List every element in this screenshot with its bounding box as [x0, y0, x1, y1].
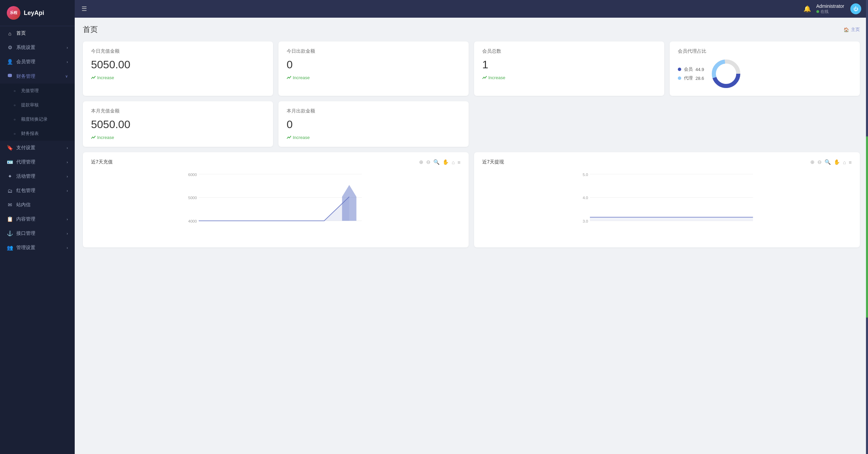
sidebar-label-content: 内容管理 — [16, 216, 35, 222]
status-text: 在线 — [820, 9, 829, 15]
trend-up-icon-2 — [287, 75, 291, 80]
sidebar-label-payment: 支付设置 — [16, 145, 35, 151]
sidebar-item-payment[interactable]: 🔖 支付设置 › — [0, 141, 75, 155]
status-dot-icon — [816, 10, 819, 13]
activity-icon: ✦ — [7, 173, 13, 179]
sidebar-item-api[interactable]: ⚓ 接口管理 › — [0, 226, 75, 241]
sidebar-item-message[interactable]: ✉ 站内信 — [0, 198, 75, 212]
stat-card-today-withdraw: 今日出款金额 0 Increase — [278, 41, 469, 96]
svg-marker-11 — [342, 185, 356, 221]
total-members-value: 1 — [482, 58, 656, 71]
stats-grid-row1: 今日充值金额 5050.00 Increase 今日出款金额 0 Increas… — [83, 41, 860, 96]
user-info: Administrator 在线 ⏻ — [816, 3, 861, 15]
app-logo: 乐程 LeyApi — [0, 0, 75, 26]
user-status: 在线 — [816, 9, 844, 15]
chart-toolbar: ⊕ ⊖ 🔍 ✋ ⌂ ≡ — [419, 159, 460, 165]
stat-card-total-members: 会员总数 1 Increase — [474, 41, 664, 96]
trend-up-icon-4 — [91, 135, 96, 140]
svg-marker-19 — [590, 217, 753, 221]
chevron-icon-activity: › — [67, 174, 68, 178]
sidebar-item-system[interactable]: ⚙ 系统设置 › — [0, 40, 75, 55]
gear-icon: ⚙ — [7, 45, 13, 51]
recharge-chart-svg: 6000 5000 4000 — [91, 171, 460, 235]
chevron-icon-redpacket: › — [67, 189, 68, 193]
chevron-icon-content: › — [67, 217, 68, 221]
zoom-in-button-2[interactable]: ⊕ — [810, 159, 815, 165]
donut-content: 会员 44.9 代理 28.6 — [678, 58, 852, 89]
mgmt-icon: 👥 — [7, 245, 13, 251]
svg-text:5.0: 5.0 — [583, 172, 588, 177]
sidebar-item-activity[interactable]: ✦ 活动管理 › — [0, 169, 75, 184]
sidebar-item-redpacket[interactable]: 🗂 红包管理 › — [0, 184, 75, 198]
zoom-in-button[interactable]: ⊕ — [419, 159, 423, 165]
month-recharge-trend: Increase — [91, 135, 265, 140]
home-icon: ⌂ — [7, 31, 13, 36]
stat-card-ratio: 会员代理占比 会员 44.9 代理 28.6 — [670, 41, 860, 96]
total-members-trend: Increase — [482, 75, 656, 80]
zoom-out-button-2[interactable]: ⊖ — [817, 159, 822, 165]
sidebar-item-agent[interactable]: 🪪 代理管理 › — [0, 155, 75, 169]
today-withdraw-label: 今日出款金额 — [287, 48, 460, 54]
menu-toggle-button[interactable]: ☰ — [82, 5, 87, 13]
charts-row: 近7天充值 ⊕ ⊖ 🔍 ✋ ⌂ ≡ 6000 5000 — [83, 152, 860, 247]
sidebar-label-activity: 活动管理 — [16, 173, 35, 179]
notification-bell[interactable]: 🔔 — [803, 5, 811, 13]
chevron-icon-finance: ∨ — [65, 74, 68, 78]
chevron-icon-api: › — [67, 231, 68, 235]
home-button-2[interactable]: ⌂ — [843, 159, 846, 165]
withdraw-chart-area: 5.0 4.0 3.0 — [482, 171, 852, 235]
chevron-icon-members: › — [67, 60, 68, 64]
pan-button-2[interactable]: ✋ — [834, 159, 840, 165]
sidebar-item-recharge-mgmt[interactable]: 充值管理 — [0, 84, 75, 98]
stats-grid-row2: 本月充值金额 5050.00 Increase 本月出款金额 0 Increas… — [83, 101, 860, 147]
svg-text:3.0: 3.0 — [583, 219, 588, 223]
menu-button[interactable]: ≡ — [457, 159, 460, 165]
sidebar-label-agent: 代理管理 — [16, 159, 35, 165]
chevron-icon: › — [67, 46, 68, 50]
home-button[interactable]: ⌂ — [452, 159, 455, 165]
top-header: ☰ 🔔 Administrator 在线 ⏻ — [75, 0, 868, 18]
chevron-icon-payment: › — [67, 146, 68, 150]
sidebar-item-settings[interactable]: 👥 管理设置 › — [0, 241, 75, 255]
page-title: 首页 — [83, 24, 98, 35]
sidebar-item-finance[interactable]: 财务管理 ∨ — [0, 69, 75, 84]
sidebar-label-message: 站内信 — [16, 202, 31, 208]
ratio-label: 会员代理占比 — [678, 48, 852, 54]
chevron-icon-settings: › — [67, 246, 68, 250]
breadcrumb-label: 主页 — [851, 27, 860, 33]
sidebar-label-redpacket: 红包管理 — [16, 188, 35, 194]
power-button[interactable]: ⏻ — [850, 3, 861, 14]
sidebar-label-home: 首页 — [16, 30, 26, 36]
menu-button-2[interactable]: ≡ — [849, 159, 852, 165]
chart-toolbar-2: ⊕ ⊖ 🔍 ✋ ⌂ ≡ — [810, 159, 852, 165]
month-recharge-label: 本月充值金额 — [91, 108, 265, 114]
sidebar-item-withdraw-review[interactable]: 提款审核 — [0, 98, 75, 112]
agent-legend-dot — [678, 76, 681, 80]
svg-marker-10 — [199, 197, 349, 221]
zoom-out-button[interactable]: ⊖ — [426, 159, 431, 165]
zoom-button-2[interactable]: 🔍 — [825, 159, 831, 165]
pan-button[interactable]: ✋ — [442, 159, 449, 165]
member-legend-item: 会员 44.9 — [678, 66, 704, 72]
finance-submenu: 充值管理 提款审核 额度转换记录 财务报表 — [0, 84, 75, 141]
month-recharge-value: 5050.00 — [91, 118, 265, 131]
username-label: Administrator — [816, 3, 844, 9]
withdraw-chart-svg: 5.0 4.0 3.0 — [482, 171, 852, 235]
sidebar-item-convert-record[interactable]: 额度转换记录 — [0, 112, 75, 126]
recharge-chart-header: 近7天充值 ⊕ ⊖ 🔍 ✋ ⌂ ≡ — [91, 159, 460, 165]
zoom-button[interactable]: 🔍 — [433, 159, 440, 165]
sidebar-item-finance-report[interactable]: 财务报表 — [0, 126, 75, 141]
breadcrumb-home-icon: 🏠 — [844, 27, 849, 32]
right-scrollbar — [866, 0, 868, 454]
sidebar-item-members[interactable]: 👤 会员管理 › — [0, 55, 75, 69]
sidebar-label-settings: 管理设置 — [16, 245, 35, 251]
stat-card-today-recharge: 今日充值金额 5050.00 Increase — [83, 41, 273, 96]
sidebar-item-content[interactable]: 📋 内容管理 › — [0, 212, 75, 226]
withdraw-chart-header: 近7天提现 ⊕ ⊖ 🔍 ✋ ⌂ ≡ — [482, 159, 852, 165]
mail-icon: ✉ — [7, 202, 13, 208]
today-recharge-value: 5050.00 — [91, 58, 265, 71]
today-withdraw-trend: Increase — [287, 75, 460, 80]
member-legend-value: 44.9 — [695, 67, 704, 72]
today-recharge-trend: Increase — [91, 75, 265, 80]
sidebar-item-home[interactable]: ⌂ 首页 — [0, 26, 75, 40]
